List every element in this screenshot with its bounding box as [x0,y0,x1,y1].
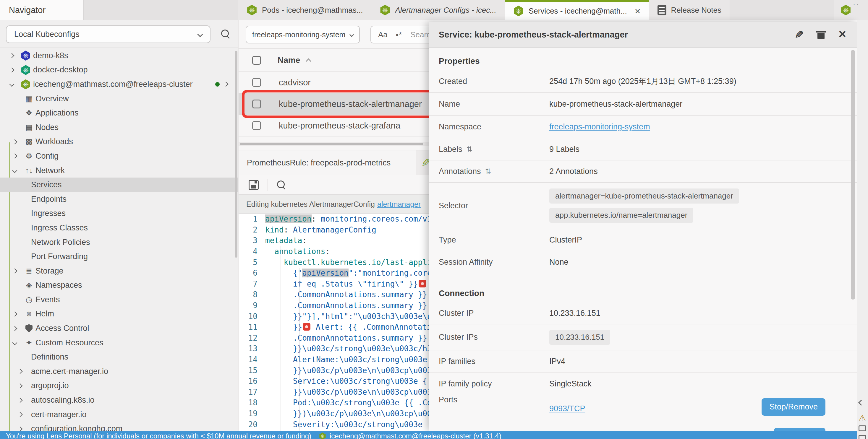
editor-search-icon[interactable] [277,180,286,189]
sidebar-item-ingresses[interactable]: Ingresses [0,206,238,221]
sidebar-item-definitions[interactable]: Definitions [0,350,238,364]
sidebar-item-argoproj-io[interactable]: argoproj.io [0,379,238,393]
port-link[interactable]: 9093/TCP [549,404,585,413]
kubeconfig-selector-value: Local Kubeconfigs [14,30,80,39]
chevron-right-icon[interactable] [12,326,18,331]
chevron-right-icon[interactable] [12,269,18,274]
chevron-right-icon[interactable] [9,53,14,58]
sidebar-scrollbar[interactable] [235,51,238,258]
status-bar: You're using Lens Personal (for individu… [0,431,857,439]
close-icon[interactable]: × [635,6,641,16]
value-chip: alertmanager=kube-prometheus-stack-alert… [549,189,739,204]
name-column-label: Name [278,56,300,65]
detail-value-link[interactable]: freeleaps-monitoring-system [549,122,650,131]
sidebar-item-cert-manager-io[interactable]: cert-manager.io [0,407,238,422]
chevron-right-icon[interactable] [12,139,18,144]
yaml-editor[interactable]: 1apiVersion: monitoring.coreos.com/v12ki… [239,213,429,431]
notification-box-icon[interactable] [859,426,866,431]
editor-line: 4 annotations: [239,246,429,257]
sidebar-item-label: configuration.konghq.com [31,424,122,431]
kubernetes-icon: ⎈ [21,65,31,75]
indent-guide [290,257,290,431]
select-all-checkbox[interactable] [252,56,261,65]
horizontal-scrollbar-thumb[interactable] [240,143,423,145]
sidebar-item-label: Network Policies [31,238,90,247]
sidebar-item-network[interactable]: ↑↓Network [0,163,238,178]
sidebar-item-autoscaling-k8s-io[interactable]: autoscaling.k8s.io [0,393,238,407]
match-case-toggle[interactable]: Aa [378,30,388,39]
sidebar-item-workloads[interactable]: ▩Workloads [0,135,238,149]
sidebar-item-events[interactable]: ◷Events [0,293,238,307]
sidebar-item-acme-cert-manager-io[interactable]: acme.cert-manager.io [0,364,238,379]
sidebar-item-icecheng-mathmast-com-freeleaps-cluster[interactable]: ⎈icecheng@mathmast.com@freeleaps-cluster [0,77,238,92]
sidebar-item-services[interactable]: Services [0,177,238,192]
sort-toggle-icon[interactable]: ⇅ [467,145,472,153]
collapse-chevron-icon[interactable] [858,400,864,406]
namespace-selector-value: freeleaps-monitoring-system [252,30,345,39]
tab-overflow-indicator: ·· [853,0,860,9]
sidebar-item-namespaces[interactable]: ◈Namespaces [0,278,238,293]
sidebar-item-port-forwarding[interactable]: Port Forwarding [0,249,238,264]
port-action-button-forward[interactable]: Forward... [774,428,826,431]
chevron-down-icon[interactable] [9,82,14,87]
cluster-status[interactable]: ⎈ icecheng@mathmast.com@freeleaps-cluste… [319,432,501,439]
sidebar-item-nodes[interactable]: ▤Nodes [0,120,238,135]
name-column-header[interactable]: Name [278,56,310,65]
close-icon[interactable]: × [838,28,846,40]
row-checkbox[interactable] [252,100,261,108]
row-checkbox[interactable] [252,121,261,130]
editor-line: 10 }}"}],"html":"\u003ch3\u003e\u [239,311,429,322]
tab-services-icecheng-math[interactable]: ⎈Services - icecheng@math...× [505,0,649,20]
tab-alertmanager-configs-icec[interactable]: ⎈Alertmanager Configs - icec... [371,0,505,20]
chevron-right-icon[interactable] [18,398,23,403]
port-action-button-stop-remove[interactable]: Stop/Remove [762,398,826,416]
notification-box-icon[interactable] [859,435,866,439]
dock-tab-prometheusrule[interactable]: PrometheusRule: freepeals-prod-metrics [239,150,416,175]
sidebar-item-access-control[interactable]: Access Control [0,321,238,336]
warning-icon[interactable]: ⚠ [858,413,866,423]
sidebar-item-network-policies[interactable]: Network Policies [0,235,238,250]
detail-label: IP families [429,357,549,366]
chevron-right-icon[interactable] [12,154,18,159]
edit-pencil-icon[interactable]: ✎ [795,30,804,40]
drawer-scrollbar[interactable] [851,50,855,300]
sidebar-item-helm[interactable]: ⎈Helm [0,307,238,322]
tab-partial[interactable]: ⎈ [833,0,868,20]
service-name: kube-prometheus-stack-alertmanager [279,99,422,109]
tab-release-notes[interactable]: Release Notes [649,0,730,20]
save-icon[interactable] [249,180,259,190]
sort-toggle-icon[interactable]: ⇅ [485,167,491,175]
sidebar-item-endpoints[interactable]: Endpoints [0,192,238,206]
horizontal-scrollbar[interactable] [239,142,429,146]
edit-pencil-icon[interactable]: ✎ [421,157,430,169]
namespace-selector[interactable]: freeleaps-monitoring-system [246,26,360,43]
chevron-right-icon[interactable] [12,311,18,316]
sidebar-item-demo-k8s[interactable]: ⎈demo-k8s [0,48,238,63]
sidebar-item-storage[interactable]: ≣Storage [0,264,238,278]
chevron-down-icon[interactable] [12,168,18,173]
sidebar-item-custom-resources[interactable]: ✦Custom Resources [0,336,238,350]
sidebar-item-applications[interactable]: ❖Applications [0,106,238,120]
row-checkbox[interactable] [252,78,261,87]
tab-pods-icecheng-mathmas[interactable]: ⎈Pods - icecheng@mathmas... [238,0,371,20]
editing-resource-link[interactable]: alertmanager [377,200,421,209]
editor-line: 20 Severity:\u003c/strong\u003e [239,419,429,430]
sidebar-item-configuration-konghq-com[interactable]: configuration.konghq.com [0,421,238,431]
search-icon[interactable] [221,30,230,38]
chevron-right-icon[interactable] [18,412,23,417]
chevron-right-icon[interactable] [18,426,23,431]
chevron-down-icon[interactable] [12,340,18,345]
chevron-right-icon[interactable] [223,82,228,87]
chevron-right-icon[interactable] [9,67,14,72]
chevron-right-icon[interactable] [18,369,23,374]
sidebar-item-config[interactable]: ⚙Config [0,149,238,163]
regex-toggle[interactable]: ▪* [396,30,402,39]
delete-trash-icon[interactable] [817,30,825,39]
editor-line: 17 }}\u003c/p\u003e\n\u003cp\u003 [239,387,429,398]
kubeconfig-selector[interactable]: Local Kubeconfigs [6,25,211,43]
sidebar-item-label: Storage [35,267,64,276]
chevron-right-icon[interactable] [18,383,23,388]
sidebar-item-docker-desktop[interactable]: ⎈docker-desktop [0,63,238,77]
sidebar-item-overview[interactable]: ▦Overview [0,92,238,106]
sidebar-item-ingress-classes[interactable]: Ingress Classes [0,221,238,235]
